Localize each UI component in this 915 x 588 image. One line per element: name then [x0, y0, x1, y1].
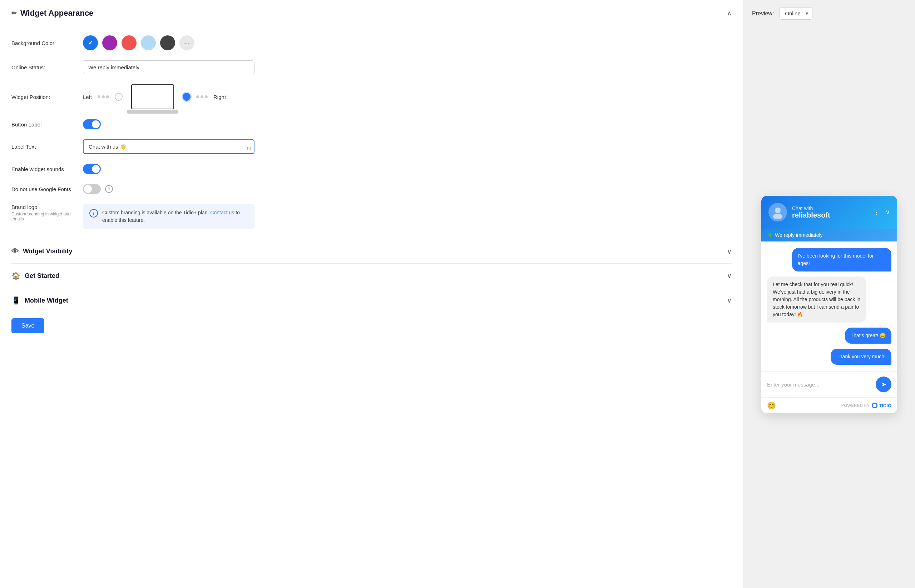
- section-header: ✏ Widget Appearance ∧: [11, 8, 732, 25]
- tidio-logo: TIDIO: [872, 402, 891, 408]
- right-panel: Preview: Online Offline Away: [743, 0, 915, 588]
- widget-visibility-title: 👁 Widget Visibility: [11, 247, 73, 255]
- dot5: [201, 95, 203, 98]
- svg-point-2: [873, 404, 876, 407]
- message-4: Thank you very much!: [831, 349, 891, 365]
- swatch-blue[interactable]: [83, 36, 98, 50]
- collapse-icon[interactable]: ∧: [727, 9, 732, 17]
- emoji-icon[interactable]: 😊: [767, 401, 776, 410]
- enable-sounds-toggle[interactable]: [83, 164, 101, 174]
- brand-logo-row: Brand logo Custom branding in widget and…: [11, 204, 732, 229]
- get-started-label: Get Started: [25, 272, 59, 280]
- help-icon[interactable]: ?: [105, 185, 113, 193]
- label-text-wrapper: 10: [83, 139, 254, 154]
- position-control: Left Right: [83, 84, 226, 109]
- left-panel: ✏ Widget Appearance ∧ Background Color: …: [0, 0, 743, 588]
- background-color-label: Background Color:: [11, 40, 83, 46]
- more-icon[interactable]: ⋮: [873, 208, 879, 216]
- online-status-label: Online Status:: [11, 64, 83, 70]
- chat-footer: 😊 POWERED BY TIDIO: [761, 397, 897, 413]
- background-color-row: Background Color: ···: [11, 36, 732, 50]
- chat-input-placeholder: Enter your message...: [767, 381, 871, 388]
- online-status-row: Online Status:: [11, 60, 732, 74]
- button-label-row: Button Label: [11, 119, 732, 129]
- online-status-input[interactable]: [83, 60, 254, 74]
- enable-sounds-row: Enable widget sounds: [11, 164, 732, 174]
- swatch-light-blue[interactable]: [141, 36, 156, 50]
- position-dots-left: [97, 95, 109, 98]
- contact-us-link[interactable]: Contact us: [210, 210, 234, 215]
- message-2: Let me check that for you real quick! We…: [767, 276, 866, 323]
- chat-header-icons: ⋮ ∨: [873, 208, 890, 216]
- chat-status-bar: We reply immediately: [761, 229, 897, 241]
- brand-logo-sub-label: Custom branding in widget and emails: [11, 212, 83, 221]
- button-label-toggle[interactable]: [83, 119, 101, 129]
- get-started-title: 🏠 Get Started: [11, 271, 59, 280]
- label-text-input[interactable]: [83, 139, 254, 154]
- tidio-dot: [872, 402, 878, 408]
- color-swatches: ···: [83, 36, 194, 50]
- dot2: [102, 95, 105, 98]
- brand-info-prefix: Custom branding is available on the Tidi…: [102, 210, 209, 215]
- chat-title: Chat with reliablesoft: [792, 205, 868, 219]
- brand-logo-main-label: Brand logo: [11, 204, 83, 210]
- svg-point-1: [773, 213, 782, 219]
- brand-info-text: Custom branding is available on the Tidi…: [102, 209, 248, 224]
- chat-input-area: Enter your message... ➤: [761, 371, 897, 397]
- widget-position-row: Widget Position: Left: [11, 84, 732, 109]
- mobile-widget-title: 📱 Mobile Widget: [11, 296, 68, 305]
- chat-with-label: Chat with: [792, 205, 868, 211]
- dot3: [106, 95, 109, 98]
- enable-sounds-label: Enable widget sounds: [11, 166, 83, 172]
- online-status-dot: [768, 233, 772, 237]
- message-1: I've been looking for this model for age…: [792, 248, 891, 271]
- widget-appearance-title: ✏ Widget Appearance: [11, 8, 93, 18]
- google-fonts-row: Do not use Google Fonts ?: [11, 184, 732, 194]
- page-title: Widget Appearance: [20, 8, 93, 18]
- get-started-chevron[interactable]: ∨: [727, 272, 732, 280]
- info-icon: i: [89, 209, 98, 218]
- chat-avatar: [768, 203, 787, 221]
- brand-info-box: i Custom branding is available on the Ti…: [83, 204, 254, 229]
- minimize-icon[interactable]: ∨: [885, 208, 890, 216]
- get-started-section[interactable]: 🏠 Get Started ∨: [11, 263, 732, 288]
- mobile-widget-label: Mobile Widget: [25, 297, 68, 304]
- brand-logo-label-stack: Brand logo Custom branding in widget and…: [11, 204, 83, 221]
- powered-by-label: POWERED BY: [841, 403, 870, 408]
- chat-widget-preview: Chat with reliablesoft ⋮ ∨ We reply imme…: [761, 196, 897, 413]
- dot1: [97, 95, 100, 98]
- chat-messages: I've been looking for this model for age…: [761, 241, 897, 371]
- preview-header: Preview: Online Offline Away: [752, 7, 907, 19]
- widget-visibility-section[interactable]: 👁 Widget Visibility ∨: [11, 239, 732, 263]
- status-select[interactable]: Online Offline Away: [779, 7, 812, 19]
- widget-visibility-chevron[interactable]: ∨: [727, 247, 732, 255]
- laptop-base: [127, 110, 178, 114]
- google-fonts-toggle[interactable]: [83, 184, 101, 194]
- dot6: [205, 95, 208, 98]
- label-text-row: Label Text 10: [11, 139, 732, 154]
- widget-position-label: Widget Position:: [11, 94, 83, 100]
- save-button[interactable]: Save: [11, 318, 44, 333]
- pencil-icon: ✏: [11, 9, 17, 17]
- swatch-purple[interactable]: [102, 36, 117, 50]
- char-count: 10: [246, 146, 251, 151]
- status-select-wrapper: Online Offline Away: [779, 7, 812, 19]
- send-button[interactable]: ➤: [876, 376, 891, 392]
- chat-name: reliablesoft: [792, 211, 868, 219]
- swatch-dark[interactable]: [160, 36, 175, 50]
- mobile-widget-chevron[interactable]: ∨: [727, 297, 732, 304]
- mobile-icon: 📱: [11, 296, 20, 305]
- eye-icon: 👁: [11, 247, 19, 255]
- laptop-icon: [131, 84, 174, 109]
- position-right-label: Right: [214, 94, 226, 100]
- swatch-more-button[interactable]: ···: [180, 36, 194, 50]
- svg-point-0: [775, 208, 781, 213]
- preview-label: Preview:: [752, 10, 774, 17]
- button-label-label: Button Label: [11, 121, 83, 128]
- widget-visibility-label: Widget Visibility: [23, 247, 73, 255]
- position-radio-right[interactable]: [183, 93, 191, 101]
- position-radio-left[interactable]: [115, 93, 123, 101]
- mobile-widget-section[interactable]: 📱 Mobile Widget ∨: [11, 288, 732, 313]
- swatch-red[interactable]: [121, 36, 136, 50]
- position-left-label: Left: [83, 94, 92, 100]
